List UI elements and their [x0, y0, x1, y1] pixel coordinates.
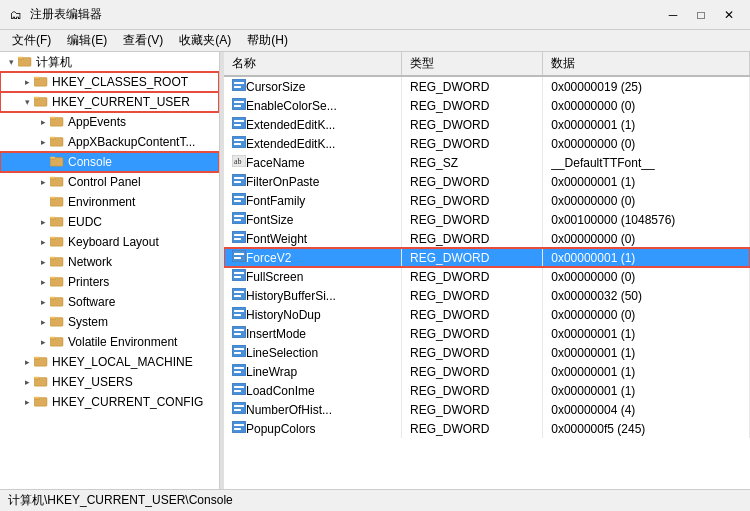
table-row[interactable]: FontWeightREG_DWORD0x00000000 (0) [224, 229, 750, 248]
statusbar: 计算机\HKEY_CURRENT_USER\Console [0, 489, 750, 511]
reg-data-13: 0x00000001 (1) [543, 324, 750, 343]
expander-computer[interactable]: ▾ [4, 55, 18, 69]
reg-icon-3 [232, 137, 246, 151]
app-icon: 🗂 [8, 7, 24, 23]
tree-item-hkey_current_user[interactable]: ▾ HKEY_CURRENT_USER [0, 92, 219, 112]
svg-rect-78 [234, 234, 244, 236]
svg-rect-59 [234, 105, 241, 107]
expander-printers[interactable]: ▸ [36, 275, 50, 289]
reg-name-10: FullScreen [224, 267, 402, 286]
svg-rect-93 [234, 329, 244, 331]
tree-item-network[interactable]: ▸ Network [0, 252, 219, 272]
tree-label-volatile_environment: Volatile Environment [68, 335, 177, 349]
table-row[interactable]: NumberOfHist...REG_DWORD0x00000004 (4) [224, 400, 750, 419]
table-row[interactable]: CursorSizeREG_DWORD0x00000019 (25) [224, 76, 750, 96]
table-row[interactable]: LineWrapREG_DWORD0x00000001 (1) [224, 362, 750, 381]
window-title: 注册表编辑器 [30, 6, 660, 23]
expander-hkey_current_config[interactable]: ▸ [20, 395, 34, 409]
svg-rect-84 [234, 272, 244, 274]
maximize-button[interactable]: □ [688, 4, 714, 26]
reg-icon-18 [232, 422, 246, 436]
tree-item-hkey_local_machine[interactable]: ▸ HKEY_LOCAL_MACHINE [0, 352, 219, 372]
table-row[interactable]: FullScreenREG_DWORD0x00000000 (0) [224, 267, 750, 286]
svg-rect-54 [232, 79, 246, 91]
expander-hkey_current_user[interactable]: ▾ [20, 95, 34, 109]
svg-rect-64 [234, 139, 244, 141]
reg-icon-17 [232, 403, 246, 417]
expander-keyboard_layout[interactable]: ▸ [36, 235, 50, 249]
close-button[interactable]: ✕ [716, 4, 742, 26]
reg-icon-4: ab [232, 156, 246, 170]
tree-item-keyboard_layout[interactable]: ▸ Keyboard Layout [0, 232, 219, 252]
table-row[interactable]: FilterOnPasteREG_DWORD0x00000001 (1) [224, 172, 750, 191]
expander-software[interactable]: ▸ [36, 295, 50, 309]
table-row[interactable]: LineSelectionREG_DWORD0x00000001 (1) [224, 343, 750, 362]
tree-item-printers[interactable]: ▸ Printers [0, 272, 219, 292]
tree-label-hkey_current_config: HKEY_CURRENT_CONFIG [52, 395, 203, 409]
svg-rect-20 [50, 176, 55, 178]
tree-item-software[interactable]: ▸ Software [0, 292, 219, 312]
tree-item-hkey_current_config[interactable]: ▸ HKEY_CURRENT_CONFIG [0, 392, 219, 412]
reg-data-14: 0x00000001 (1) [543, 343, 750, 362]
reg-name-text-10: FullScreen [246, 270, 303, 284]
svg-rect-75 [234, 215, 244, 217]
tree-label-console: Console [68, 155, 112, 169]
table-row[interactable]: ForceV2REG_DWORD0x00000001 (1) [224, 248, 750, 267]
reg-data-6: 0x00000000 (0) [543, 191, 750, 210]
svg-rect-104 [232, 402, 246, 414]
table-row[interactable]: HistoryNoDupREG_DWORD0x00000000 (0) [224, 305, 750, 324]
tree-item-appevents[interactable]: ▸ AppEvents [0, 112, 219, 132]
reg-name-3: ExtendedEditK... [224, 134, 402, 153]
table-row[interactable]: InsertModeREG_DWORD0x00000001 (1) [224, 324, 750, 343]
table-row[interactable]: FontFamilyREG_DWORD0x00000000 (0) [224, 191, 750, 210]
table-row[interactable]: FontSizeREG_DWORD0x00100000 (1048576) [224, 210, 750, 229]
tree-item-console[interactable]: ▸ Console [0, 152, 219, 172]
table-row[interactable]: LoadConImeREG_DWORD0x00000001 (1) [224, 381, 750, 400]
reg-name-18: PopupColors [224, 419, 402, 438]
svg-rect-44 [50, 336, 55, 338]
table-row[interactable]: HistoryBufferSi...REG_DWORD0x00000032 (5… [224, 286, 750, 305]
svg-rect-109 [234, 428, 241, 430]
menu-item-h[interactable]: 帮助(H) [239, 30, 296, 51]
minimize-button[interactable]: ─ [660, 4, 686, 26]
svg-rect-88 [234, 295, 241, 297]
table-scroll-area[interactable]: 名称 类型 数据 CursorSizeREG_DWORD0x00000019 (… [224, 52, 750, 489]
tree-item-system[interactable]: ▸ System [0, 312, 219, 332]
tree-item-hkey_classes_root[interactable]: ▸ HKEY_CLASSES_ROOT [0, 72, 219, 92]
expander-hkey_classes_root[interactable]: ▸ [20, 75, 34, 89]
tree-item-hkey_users[interactable]: ▸ HKEY_USERS [0, 372, 219, 392]
svg-rect-107 [232, 421, 246, 433]
tree-item-computer[interactable]: ▾ 计算机 [0, 52, 219, 72]
tree-label-hkey_current_user: HKEY_CURRENT_USER [52, 95, 190, 109]
tree-item-volatile_environment[interactable]: ▸ Volatile Environment [0, 332, 219, 352]
svg-rect-41 [50, 316, 55, 318]
tree-item-control_panel[interactable]: ▸ Control Panel [0, 172, 219, 192]
tree-item-environment[interactable]: ▸ Environment [0, 192, 219, 212]
menu-item-f[interactable]: 文件(F) [4, 30, 59, 51]
expander-hkey_local_machine[interactable]: ▸ [20, 355, 34, 369]
menu-item-v[interactable]: 查看(V) [115, 30, 171, 51]
reg-type-8: REG_DWORD [402, 229, 543, 248]
table-row[interactable]: EnableColorSe...REG_DWORD0x00000000 (0) [224, 96, 750, 115]
reg-type-13: REG_DWORD [402, 324, 543, 343]
expander-volatile_environment[interactable]: ▸ [36, 335, 50, 349]
table-row[interactable]: ab FaceNameREG_SZ__DefaultTTFont__ [224, 153, 750, 172]
table-row[interactable]: ExtendedEditK...REG_DWORD0x00000001 (1) [224, 115, 750, 134]
table-row[interactable]: PopupColorsREG_DWORD0x000000f5 (245) [224, 419, 750, 438]
expander-appevents[interactable]: ▸ [36, 115, 50, 129]
tree-item-appxbackup[interactable]: ▸ AppXBackupContentT... [0, 132, 219, 152]
folder-icon-control_panel [50, 175, 64, 190]
tree-item-eudc[interactable]: ▸ EUDC [0, 212, 219, 232]
svg-rect-94 [234, 333, 241, 335]
col-data: 数据 [543, 52, 750, 76]
table-row[interactable]: ExtendedEditK...REG_DWORD0x00000000 (0) [224, 134, 750, 153]
menu-item-a[interactable]: 收藏夹(A) [171, 30, 239, 51]
registry-tree: ▾ 计算机▸ HKEY_CLASSES_ROOT▾ HKEY_CURRENT_U… [0, 52, 220, 489]
expander-control_panel[interactable]: ▸ [36, 175, 50, 189]
expander-system[interactable]: ▸ [36, 315, 50, 329]
expander-network[interactable]: ▸ [36, 255, 50, 269]
expander-appxbackup[interactable]: ▸ [36, 135, 50, 149]
expander-eudc[interactable]: ▸ [36, 215, 50, 229]
expander-hkey_users[interactable]: ▸ [20, 375, 34, 389]
menu-item-e[interactable]: 编辑(E) [59, 30, 115, 51]
